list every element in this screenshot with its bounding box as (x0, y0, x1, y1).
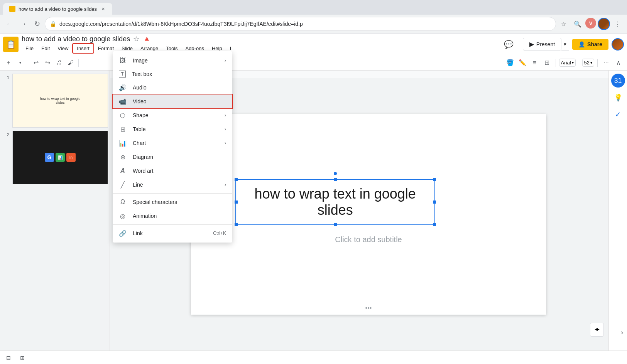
video-icon: 📹 (119, 98, 127, 105)
font-selector[interactable]: Arial ▾ (559, 59, 576, 67)
handle-mid-right[interactable] (433, 201, 436, 204)
line-color-button[interactable]: ✏️ (517, 57, 528, 68)
star-icon[interactable]: ☆ (133, 35, 139, 43)
more-align-button[interactable]: ⊞ (542, 57, 553, 68)
share-label: Share (587, 41, 602, 47)
slide-item-2[interactable]: 2 G 📊 In (2, 131, 108, 185)
present-group: ▶ Present ▾ (523, 38, 569, 51)
toolbar-separator-2 (78, 59, 79, 67)
title-textbox[interactable]: how to wrap text in google slides (235, 179, 435, 225)
handle-bot-right[interactable] (433, 223, 436, 226)
line-arrow: › (225, 182, 226, 187)
fill-color-button[interactable]: 🪣 (505, 57, 515, 68)
browser-chrome: how to add a video to google slides ✕ ← … (0, 0, 627, 34)
list-view-button[interactable]: ⊟ (3, 352, 14, 363)
handle-bot-left[interactable] (235, 223, 238, 226)
paint-button[interactable]: 🖌 (65, 57, 76, 68)
menu-item-audio[interactable]: 🔊 Audio (113, 81, 232, 94)
active-tab[interactable]: how to add a video to google slides ✕ (3, 3, 112, 15)
collapse-button[interactable]: ∧ (613, 57, 624, 68)
grid-view-button[interactable]: ⊞ (17, 352, 28, 363)
slide-thumbnail-2[interactable]: G 📊 In (12, 131, 108, 185)
tab-close-button[interactable]: ✕ (100, 6, 106, 12)
forward-button[interactable]: → (17, 18, 29, 30)
handle-top-left[interactable] (235, 178, 238, 181)
slide-item-1[interactable]: 1 how to wrap text in googleslides (2, 74, 108, 128)
right-arrow-button[interactable]: › (621, 329, 623, 337)
present-dropdown-button[interactable]: ▾ (561, 38, 569, 51)
calendar-button[interactable]: 31 (611, 74, 625, 88)
menu-file[interactable]: File (22, 44, 37, 53)
menu-item-line[interactable]: ╱ Line › (113, 178, 232, 192)
align-button[interactable]: ≡ (529, 57, 540, 68)
table-icon: ⊞ (119, 125, 127, 133)
slide-thumbnail-1[interactable]: how to wrap text in googleslides (12, 74, 108, 128)
redo-button[interactable]: ↪ (42, 57, 53, 68)
drive-icon[interactable]: 🔺 (142, 35, 151, 43)
present-button[interactable]: ▶ Present (523, 38, 561, 51)
handle-top-right[interactable] (433, 178, 436, 181)
bookmark-button[interactable]: ☆ (558, 18, 570, 30)
menu-item-link[interactable]: 🔗 Link Ctrl+K (113, 226, 232, 240)
menu-item-shape[interactable]: ⬡ Shape › (113, 108, 232, 122)
menu-item-video[interactable]: 📹 Video (113, 94, 232, 108)
audio-icon: 🔊 (119, 84, 127, 91)
font-name: Arial (561, 60, 571, 66)
textbox-icon: T (119, 71, 126, 78)
animation-label: Animation (133, 213, 226, 219)
title-text: how to wrap text in google slides (242, 186, 428, 218)
menu-item-wordart[interactable]: A Word art (113, 164, 232, 178)
handle-top-center-edge[interactable] (334, 178, 337, 181)
bulb-button[interactable]: 💡 (611, 91, 625, 104)
menu-item-chart[interactable]: 📊 Chart › (113, 136, 232, 150)
menu-item-animation[interactable]: ◎ Animation (113, 209, 232, 223)
user-avatar[interactable] (612, 38, 624, 51)
menu-insert[interactable]: Insert (72, 43, 94, 54)
reload-button[interactable]: ↻ (31, 18, 43, 30)
bottom-bar: ⊟ ⊞ (0, 351, 627, 364)
menu-edit[interactable]: Edit (37, 44, 54, 53)
right-sidebar: 31 💡 ✓ (608, 71, 627, 351)
menu-item-special-chars[interactable]: Ω Special characters (113, 195, 232, 209)
logo-icon: 📋 (6, 40, 16, 49)
main-content: 1 how to wrap text in googleslides 2 G 📊… (0, 71, 627, 351)
app-title: how to add a video to google slides (22, 35, 130, 43)
profile-avatar-photo[interactable] (598, 18, 610, 30)
handle-top-center[interactable] (334, 172, 337, 175)
handle-bot-center[interactable] (334, 223, 337, 226)
menu-item-textbox[interactable]: T Text box (113, 67, 232, 81)
menu-item-diagram[interactable]: ⊛ Diagram (113, 150, 232, 164)
comment-button[interactable]: 💬 (498, 37, 520, 51)
tab-bar: how to add a video to google slides ✕ (0, 0, 627, 15)
font-size-selector[interactable]: 52 ▾ (582, 59, 594, 67)
more-options-button[interactable]: ··· (601, 57, 612, 68)
print-button[interactable]: 🖨 (54, 57, 64, 68)
profile-avatar-red[interactable]: V (585, 18, 596, 29)
check-button[interactable]: ✓ (611, 108, 625, 121)
handle-mid-left[interactable] (235, 201, 238, 204)
menu-item-table[interactable]: ⊞ Table › (113, 122, 232, 136)
undo-button[interactable]: ↩ (30, 57, 41, 68)
title-container: how to wrap text in google slides (235, 179, 502, 225)
table-arrow: › (225, 126, 226, 132)
audio-label: Audio (133, 84, 226, 91)
add-dropdown-button[interactable]: ▾ (15, 57, 25, 68)
add-button[interactable]: + (3, 57, 14, 68)
slide-canvas: how to wrap text in google slides Click … (191, 114, 546, 315)
diagram-icon: ⊛ (119, 153, 127, 161)
menu-button[interactable]: ⋮ (612, 18, 624, 30)
slide-1-text: how to wrap text in googleslides (39, 95, 82, 106)
share-button[interactable]: 👤 Share (572, 39, 608, 50)
address-bar[interactable]: 🔒 docs.google.com/presentation/d/1k8Wbm-… (45, 17, 556, 31)
navigation-dots: ••• (365, 305, 372, 312)
textbox-label: Text box (132, 71, 226, 77)
expand-button[interactable]: ✦ (590, 323, 604, 337)
subtitle-textbox[interactable]: Click to add subtitle (235, 229, 502, 250)
menu-divider-2 (113, 224, 232, 225)
menu-item-image[interactable]: 🖼 Image › (113, 54, 232, 67)
zoom-button[interactable]: 🔍 (571, 18, 584, 30)
menu-view[interactable]: View (54, 44, 72, 53)
present-label: Present (536, 41, 555, 47)
link-shortcut: Ctrl+K (213, 231, 226, 236)
back-button[interactable]: ← (3, 18, 15, 30)
